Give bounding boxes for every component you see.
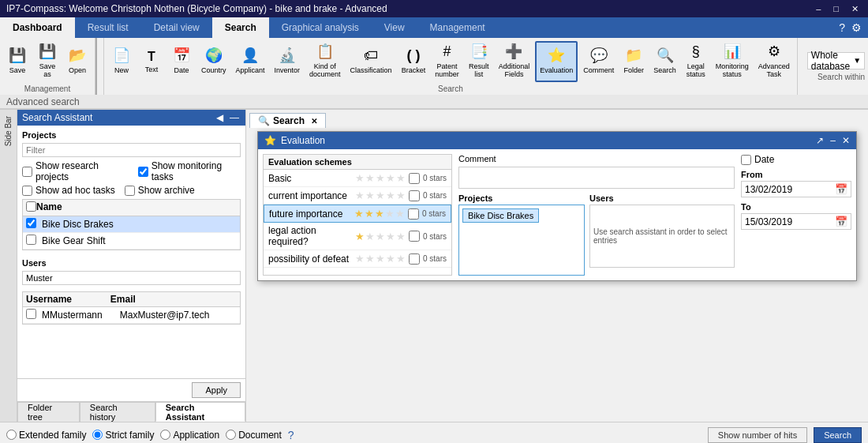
window-title: IP7-Compass: Welcome Christoph Nothen (B… bbox=[6, 3, 813, 14]
eval-users-box: Use search assistant in order to select … bbox=[589, 205, 735, 268]
from-calendar-icon[interactable]: 📅 bbox=[835, 183, 847, 195]
sidebar-label[interactable]: Side Bar bbox=[4, 113, 13, 149]
document-option[interactable]: Document bbox=[226, 430, 282, 441]
inventor-button[interactable]: 🔬 Inventor bbox=[271, 41, 305, 82]
new-button[interactable]: 📄 New bbox=[107, 41, 136, 82]
project-row-bike-gear-shift[interactable]: Bike Gear Shift bbox=[23, 233, 240, 250]
projects-select-all-checkbox[interactable] bbox=[26, 201, 36, 212]
country-button[interactable]: 🌍 Country bbox=[197, 41, 230, 82]
show-archive-checkbox[interactable] bbox=[125, 186, 135, 196]
advanced-task-button[interactable]: ⚙ AdvancedTask bbox=[754, 41, 794, 82]
scheme-row-basic[interactable]: Basic ★ ★ ★ ★ ★ 0 stars bbox=[264, 170, 451, 187]
show-research-projects-checkbox[interactable] bbox=[22, 167, 32, 177]
scheme-legal-action-checkbox[interactable] bbox=[409, 231, 420, 242]
apply-button[interactable]: Apply bbox=[192, 382, 241, 398]
save-as-label: Save as bbox=[37, 62, 58, 80]
advanced-search-banner: Advanced search bbox=[0, 95, 868, 109]
from-date-input[interactable]: 13/02/2019 📅 bbox=[741, 181, 851, 197]
evaluation-button[interactable]: ⭐ Evaluation bbox=[535, 41, 578, 82]
applicant-button[interactable]: 👤 Applicant bbox=[232, 41, 269, 82]
tab-detail-view[interactable]: Detail view bbox=[141, 17, 212, 38]
document-radio[interactable] bbox=[226, 430, 236, 440]
eval-external-button[interactable]: ↗ bbox=[816, 135, 824, 146]
filter-input[interactable] bbox=[22, 143, 241, 157]
scheme-row-possibility-defeat[interactable]: possibility of defeat ★ ★ ★ ★ ★ 0 stars bbox=[264, 250, 451, 268]
to-date-input[interactable]: 15/03/2019 📅 bbox=[741, 213, 851, 230]
classification-button[interactable]: 🏷 Classification bbox=[346, 41, 396, 82]
scheme-possibility-defeat-checkbox[interactable] bbox=[409, 253, 420, 265]
monitoring-status-button[interactable]: 📊 Monitoringstatus bbox=[712, 41, 753, 82]
help-icon[interactable]: ? bbox=[839, 21, 845, 34]
bike-disc-brakes-checkbox[interactable] bbox=[26, 218, 36, 228]
tab-result-list[interactable]: Result list bbox=[75, 17, 141, 38]
kind-of-document-button[interactable]: 📋 Kind ofdocument bbox=[305, 41, 345, 82]
settings-icon[interactable]: ⚙ bbox=[851, 21, 862, 34]
collapse-button[interactable]: ◀ bbox=[215, 112, 225, 123]
show-number-of-hits-button[interactable]: Show number of hits bbox=[708, 427, 807, 443]
legal-status-button[interactable]: § Legalstatus bbox=[682, 41, 710, 82]
search-content-tab[interactable]: 🔍 Search ✕ bbox=[249, 113, 326, 128]
strict-family-option[interactable]: Strict family bbox=[92, 430, 154, 441]
search-tab-close[interactable]: ✕ bbox=[311, 117, 317, 126]
minimize-button[interactable]: – bbox=[813, 4, 824, 14]
show-research-projects-row: Show research projects Show monitoring t… bbox=[22, 160, 241, 182]
scheme-future-importance-checkbox[interactable] bbox=[408, 208, 419, 220]
save-as-button[interactable]: 💾 Save as bbox=[33, 41, 62, 82]
save-button[interactable]: 💾 Save bbox=[3, 41, 32, 82]
folder-button[interactable]: 📁 Folder bbox=[619, 41, 648, 82]
patent-number-button[interactable]: # Patentnumber bbox=[431, 41, 463, 82]
search-ribbon-button[interactable]: 🔍 Search bbox=[649, 41, 680, 82]
tab-view[interactable]: View bbox=[372, 17, 417, 38]
scheme-row-current-importance[interactable]: current importance ★ ★ ★ ★ ★ 0 stars bbox=[264, 187, 451, 205]
evaluation-schemes-panel: Evaluation schemes Basic ★ ★ ★ ★ ★ 0 sta… bbox=[263, 154, 452, 276]
application-option[interactable]: Application bbox=[160, 430, 219, 441]
search-assistant-tab[interactable]: Search Assistant bbox=[155, 402, 245, 422]
result-list-button[interactable]: 📑 Resultlist bbox=[465, 41, 493, 82]
additional-fields-button[interactable]: ➕ AdditionalFields bbox=[495, 41, 534, 82]
tab-management[interactable]: Management bbox=[417, 17, 498, 38]
tab-dashboard[interactable]: Dashboard bbox=[0, 17, 75, 38]
comment-button[interactable]: 💬 Comment bbox=[579, 41, 618, 82]
folder-tabs: Folder tree Search history Search Assist… bbox=[17, 401, 245, 422]
database-dropdown[interactable]: Whole database ▼ bbox=[807, 52, 865, 69]
user-row-mmustermann[interactable]: MMustermann MaxMuster@ip7.tech bbox=[23, 307, 240, 324]
eval-close-button[interactable]: ✕ bbox=[842, 135, 850, 146]
scheme-current-importance-checkbox[interactable] bbox=[409, 190, 420, 201]
open-button[interactable]: 📂 Open bbox=[63, 41, 92, 82]
eval-minimize-button[interactable]: – bbox=[830, 135, 836, 146]
extended-family-radio[interactable] bbox=[6, 430, 17, 440]
search-history-tab[interactable]: Search history bbox=[80, 402, 155, 422]
tab-search[interactable]: Search bbox=[212, 17, 269, 38]
users-filter-input[interactable] bbox=[22, 271, 241, 285]
to-calendar-icon[interactable]: 📅 bbox=[835, 216, 847, 227]
email-mmustermann: MaxMuster@ip7.tech bbox=[120, 310, 237, 321]
extended-family-option[interactable]: Extended family bbox=[6, 430, 86, 441]
scheme-row-future-importance[interactable]: future importance ★ ★ ★ ★ ★ 0 stars bbox=[264, 205, 451, 223]
evaluation-body: Evaluation schemes Basic ★ ★ ★ ★ ★ 0 sta… bbox=[258, 149, 856, 280]
scheme-basic-checkbox[interactable] bbox=[409, 173, 420, 184]
ribbon: 💾 Save 💾 Save as 📂 Open Management � bbox=[0, 38, 868, 110]
search-button[interactable]: Search bbox=[814, 427, 862, 443]
date-checkbox[interactable] bbox=[741, 155, 751, 165]
scheme-row-legal-action[interactable]: legal action required? ★ ★ ★ ★ ★ 0 stars bbox=[264, 223, 451, 250]
show-ad-hoc-checkbox[interactable] bbox=[22, 186, 32, 196]
close-button[interactable]: ✕ bbox=[848, 4, 862, 14]
tab-graphical-analysis[interactable]: Graphical analysis bbox=[269, 17, 372, 38]
strict-family-radio[interactable] bbox=[92, 430, 103, 440]
minimize-panel-button[interactable]: — bbox=[228, 112, 241, 123]
project-row-bike-disc-brakes[interactable]: Bike Disc Brakes bbox=[23, 216, 240, 233]
maximize-button[interactable]: □ bbox=[830, 4, 842, 14]
application-radio[interactable] bbox=[160, 430, 170, 440]
mmustermann-checkbox[interactable] bbox=[26, 309, 36, 319]
date-button[interactable]: 📅 Date bbox=[167, 41, 196, 82]
folder-tree-tab[interactable]: Folder tree bbox=[17, 402, 80, 422]
show-monitoring-tasks-checkbox[interactable] bbox=[138, 167, 148, 177]
comment-icon: 💬 bbox=[590, 47, 608, 65]
bike-gear-shift-checkbox[interactable] bbox=[26, 235, 36, 245]
family-help-icon[interactable]: ? bbox=[288, 429, 294, 441]
to-date-row: To 15/03/2019 📅 bbox=[741, 202, 851, 230]
text-button[interactable]: T Text bbox=[137, 41, 166, 82]
bracket-button[interactable]: ( ) Bracket bbox=[398, 41, 430, 82]
comment-input[interactable] bbox=[458, 167, 735, 189]
eval-project-bike-disc-brakes[interactable]: Bike Disc Brakes bbox=[462, 208, 539, 223]
